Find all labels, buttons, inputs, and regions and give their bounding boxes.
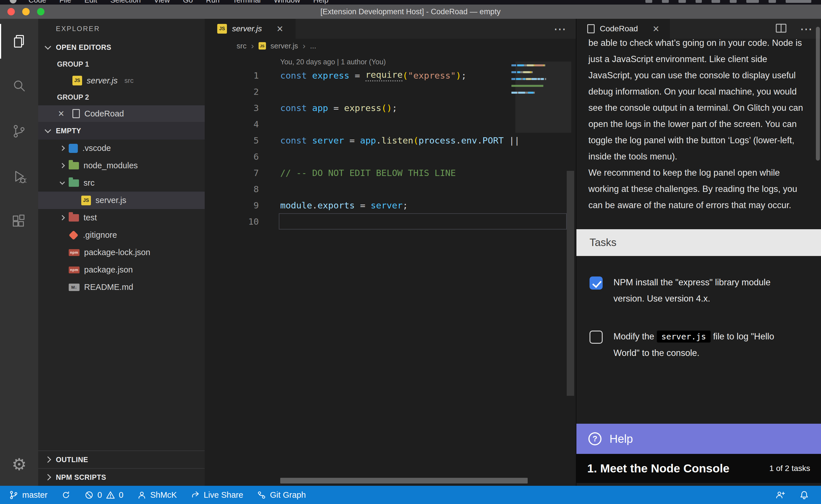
task-checkbox-unchecked[interactable] [589, 331, 602, 344]
open-editors-list: GROUP 1JSserver.jssrcGROUP 2×CodeRoad [38, 56, 205, 122]
chevron-right-icon [45, 474, 51, 481]
tree-item-gitignore[interactable]: .gitignore [38, 226, 205, 244]
code-line-6[interactable]: 6 [205, 148, 576, 165]
code-line-5[interactable]: 5const server = app.listen(process.env.P… [205, 132, 576, 148]
code-editor[interactable]: You, 20 days ago | 1 author (You) 1const… [205, 53, 576, 486]
code-content: const server = app.listen(process.env.PO… [279, 132, 567, 148]
file-name: server.js [95, 196, 126, 205]
close-tab-icon[interactable]: × [277, 23, 283, 34]
line-number: 9 [205, 197, 259, 213]
code-line-7[interactable]: 7// -- DO NOT EDIT BELOW THIS LINE [205, 165, 576, 181]
code-line-9[interactable]: 9module.exports = server; [205, 197, 576, 213]
tree-item-vscode[interactable]: .vscode [38, 140, 205, 157]
breadcrumb-item-server-js[interactable]: server.js [271, 42, 298, 50]
close-tab-icon[interactable]: × [653, 23, 659, 34]
minimap[interactable] [511, 64, 546, 97]
search-icon[interactable] [0, 64, 38, 109]
tab-coderoad[interactable]: CodeRoad × [576, 19, 670, 39]
tree-item-package-lock-json[interactable]: npmpackage-lock.json [38, 244, 205, 261]
menu-item-terminal[interactable]: Terminal [233, 0, 261, 5]
breadcrumb-item-src[interactable]: src [237, 42, 247, 50]
breadcrumb: src›JSserver.js›... [205, 39, 576, 53]
section-label: NPM SCRIPTS [56, 473, 106, 482]
settings-gear-icon[interactable]: ⚙ [0, 443, 38, 486]
task-item-1: NPM install the "express" library module… [589, 274, 808, 307]
macos-menubar: CodeFileEditSelectionViewGoRunTerminalWi… [0, 0, 821, 5]
menu-item-edit[interactable]: Edit [84, 0, 97, 5]
menu-item-window[interactable]: Window [274, 0, 300, 5]
chevron-spacer [73, 198, 77, 202]
tree-item-test[interactable]: test [38, 209, 205, 226]
open-editor-coderoad[interactable]: ×CodeRoad [38, 105, 205, 122]
run-debug-icon[interactable] [0, 154, 38, 199]
notifications-bell-icon[interactable] [799, 490, 809, 500]
sync-changes-button[interactable] [61, 490, 71, 500]
coderoad-user-status[interactable]: ShMcK [137, 490, 177, 500]
close-window-button[interactable] [7, 8, 15, 15]
problems-status[interactable]: 0 0 [84, 490, 123, 500]
menu-item-code[interactable]: Code [28, 0, 46, 5]
panel-more-actions-icon[interactable]: ⋯ [800, 22, 812, 36]
chevron-down-icon [45, 127, 51, 133]
section-workspace-empty[interactable]: EMPTY [38, 122, 205, 140]
chevron-right-icon[interactable] [60, 163, 65, 168]
menu-item-view[interactable]: View [154, 0, 170, 5]
menu-item-file[interactable]: File [59, 0, 71, 5]
open-editor-server-js[interactable]: JSserver.jssrc [38, 72, 205, 89]
lesson-paragraph: We recommend to keep the log panel open … [588, 165, 809, 213]
tree-item-package-json[interactable]: npmpackage.json [38, 261, 205, 278]
code-line-8[interactable]: 8 [205, 181, 576, 197]
tree-item-server-js[interactable]: JSserver.js [38, 192, 205, 209]
chevron-down-icon[interactable] [60, 179, 65, 185]
live-share-button[interactable]: Live Share [190, 490, 243, 500]
tasks-header-label: Tasks [589, 237, 617, 249]
editor-tabbar: JS server.js × ⋯ [205, 19, 576, 39]
warning-count: 0 [119, 490, 123, 500]
section-outline[interactable]: OUTLINE [38, 450, 205, 468]
task-text: NPM install the "express" library module… [613, 274, 799, 307]
feedback-person-add-icon[interactable] [775, 490, 785, 500]
zoom-window-button[interactable] [37, 8, 44, 15]
task-checkbox-checked[interactable] [589, 276, 602, 290]
sidebar-title: EXPLORER [38, 19, 205, 39]
tree-item-readme-md[interactable]: M↓README.md [38, 278, 205, 296]
editor-more-actions-icon[interactable]: ⋯ [553, 19, 576, 39]
minimize-window-button[interactable] [22, 8, 30, 15]
menu-item-run[interactable]: Run [206, 0, 220, 5]
node-folder-icon [69, 162, 79, 169]
task-item-2: Modify the server.js file to log "Hello … [589, 328, 808, 361]
menu-item-selection[interactable]: Selection [110, 0, 141, 5]
extensions-icon[interactable] [0, 199, 38, 244]
chevron-right-icon[interactable] [60, 215, 65, 220]
menu-item-go[interactable]: Go [183, 0, 193, 5]
git-branch-status[interactable]: master [9, 490, 48, 500]
tab-server-js[interactable]: JS server.js × [205, 19, 296, 39]
section-open-editors[interactable]: OPEN EDITORS [38, 39, 205, 56]
line-number: 8 [205, 181, 259, 197]
split-editor-icon[interactable] [775, 23, 787, 34]
tree-item-node-modules[interactable]: node_modules [38, 157, 205, 174]
section-npm-scripts[interactable]: NPM SCRIPTS [38, 468, 205, 486]
file-name: src [83, 178, 95, 188]
chevron-right-icon[interactable] [60, 146, 65, 151]
file-path-detail: src [124, 77, 134, 85]
file-file-icon [72, 109, 80, 118]
menu-item-help[interactable]: Help [313, 0, 328, 5]
breadcrumb-separator: › [303, 41, 305, 51]
git-graph-button[interactable]: Git Graph [257, 490, 306, 500]
explorer-icon[interactable] [0, 19, 38, 64]
lesson-footer: 1. Meet the Node Console 1 of 2 tasks [576, 454, 821, 483]
editor-horizontal-scrollbar[interactable] [280, 478, 528, 483]
code-line-10[interactable]: 10 [205, 213, 576, 230]
source-control-icon[interactable] [0, 109, 38, 154]
tree-item-src[interactable]: src [38, 174, 205, 192]
lesson-text: be able to check what’s going on in your… [576, 39, 821, 213]
help-button[interactable]: ? Help [576, 424, 821, 454]
sidebar-bottom-sections: OUTLINENPM SCRIPTS [38, 450, 205, 486]
panel-scrollbar[interactable] [816, 27, 820, 161]
editor-vertical-scrollbar[interactable] [567, 171, 574, 396]
titlebar[interactable]: [Extension Development Host] - CodeRoad … [0, 5, 821, 19]
apple-menu-icon[interactable] [10, 0, 17, 3]
breadcrumb-item-[interactable]: ... [310, 42, 316, 50]
close-icon[interactable]: × [58, 109, 68, 118]
